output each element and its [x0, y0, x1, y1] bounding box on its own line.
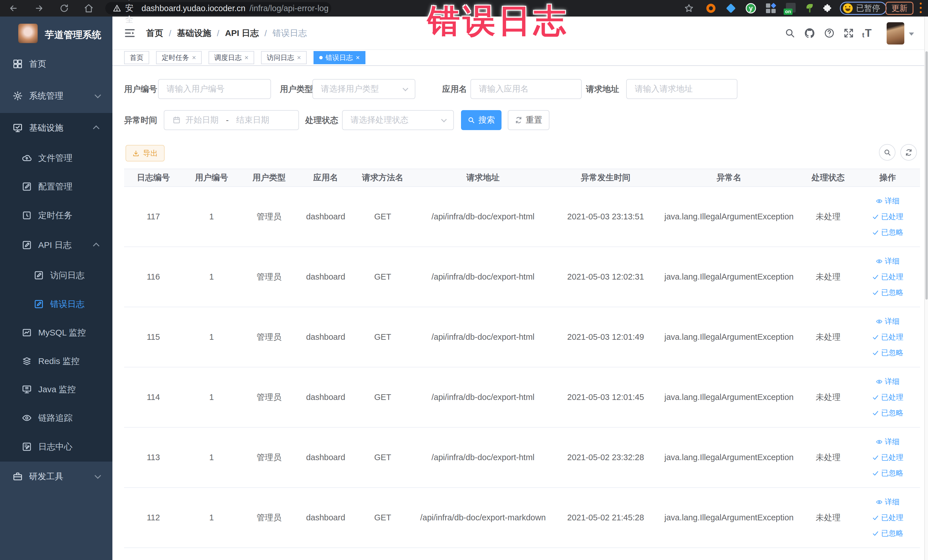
sidebar-item-infrastructure[interactable]: 基础设施 [0, 113, 112, 143]
tab-scheduled-task[interactable]: 定时任务 [156, 51, 202, 64]
page-scrollbar[interactable] [924, 17, 928, 560]
detail-link[interactable]: 详细 [876, 196, 900, 206]
row-actions: 详细 已处理 已忽略 [855, 307, 920, 367]
search-icon[interactable] [785, 27, 795, 38]
chevron-up-icon [93, 125, 99, 132]
github-icon[interactable] [804, 27, 815, 39]
mark-processed-link[interactable]: 已处理 [872, 332, 904, 342]
sidebar-item-home[interactable]: 首页 [0, 49, 112, 79]
mark-processed-link[interactable]: 已处理 [872, 513, 904, 523]
help-icon[interactable] [824, 27, 835, 38]
sidebar-item-redis-monitor[interactable]: Redis 监控 [0, 346, 112, 376]
mark-ignored-link[interactable]: 已忽略 [872, 288, 904, 298]
extension-plant-icon[interactable] [805, 3, 814, 13]
chevron-down-icon [95, 92, 101, 98]
mark-processed-link[interactable]: 已处理 [872, 392, 904, 402]
tab-dispatch-log[interactable]: 调度日志 [209, 51, 254, 64]
sidebar-item-scheduled-task[interactable]: 定时任务 [0, 201, 112, 230]
extension-orange-icon[interactable] [706, 4, 716, 13]
exception-time-range-picker[interactable]: 开始日期 - 结束日期 [164, 110, 299, 130]
detail-link[interactable]: 详细 [876, 437, 900, 447]
close-tab-icon[interactable] [244, 54, 249, 61]
sidebar-item-mysql-monitor[interactable]: MySQL 监控 [0, 318, 112, 348]
mark-ignored-link[interactable]: 已忽略 [872, 348, 904, 358]
tab-home[interactable]: 首页 [124, 51, 149, 64]
tab-access-log[interactable]: 访问日志 [261, 51, 307, 64]
row-actions: 详细 已处理 已忽略 [855, 187, 920, 246]
mark-ignored-link[interactable]: 已忽略 [872, 468, 904, 478]
extension-grid-icon[interactable] [766, 3, 776, 13]
row-actions: 详细 已处理 已忽略 [855, 247, 920, 307]
browser-reload-icon[interactable] [60, 3, 69, 13]
sidebar-item-api-log[interactable]: API 日志 [0, 230, 112, 260]
access-log-icon [34, 270, 44, 281]
browser-menu-icon[interactable] [920, 3, 922, 13]
security-label[interactable]: 不安全 [125, 0, 133, 25]
request-url-input[interactable]: 请输入请求地址 [626, 79, 737, 99]
browser-home-icon[interactable] [84, 3, 93, 13]
chevron-down-icon [441, 117, 447, 122]
browser-update-button[interactable]: 更新 [885, 2, 913, 15]
font-size-icon[interactable]: tT [862, 27, 872, 38]
extension-puzzle-icon[interactable] [823, 3, 832, 13]
browser-forward-icon[interactable] [34, 3, 44, 13]
request-url-label: 请求地址 [586, 79, 619, 99]
row-actions: 详细 已处理 已忽略 [855, 368, 920, 427]
overlay-title: 错误日志 [427, 3, 569, 38]
sidebar-item-trace[interactable]: 链路追踪 [0, 403, 112, 433]
mark-ignored-link[interactable]: 已忽略 [872, 528, 904, 538]
tab-error-log[interactable]: 错误日志 [313, 51, 365, 64]
extension-green-y-icon[interactable]: y [746, 3, 756, 14]
infrastructure-icon [12, 123, 23, 133]
dev-tools-icon [12, 471, 23, 482]
breadcrumb-home[interactable]: 首页 [146, 27, 163, 39]
sidebar-item-java-monitor[interactable]: Java 监控 [0, 375, 112, 404]
mark-ignored-link[interactable]: 已忽略 [872, 408, 904, 418]
sidebar-item-config-manage[interactable]: 配置管理 [0, 172, 112, 201]
mark-ignored-link[interactable]: 已忽略 [872, 227, 904, 237]
scrollbar-thumb[interactable] [925, 51, 928, 299]
app-logo[interactable] [18, 24, 38, 43]
extension-gem-icon[interactable] [726, 3, 736, 13]
sidebar-item-log-center[interactable]: 日志中心 [0, 432, 112, 462]
browser-back-icon[interactable] [9, 3, 18, 13]
sidebar-toggle-icon[interactable] [124, 27, 136, 39]
user-id-input[interactable]: 请输入用户编号 [158, 79, 271, 99]
export-button[interactable]: 导出 [125, 145, 165, 162]
caret-down-icon[interactable] [909, 32, 914, 36]
sidebar-item-dev-tools[interactable]: 研发工具 [0, 462, 112, 491]
browser-address-bar[interactable]: 不安全 dashboard.yudao.iocoder.cn/infra/log… [105, 2, 331, 15]
sidebar-item-system-manage[interactable]: 系统管理 [0, 81, 112, 111]
detail-link[interactable]: 详细 [876, 256, 900, 266]
app-title: 芋道管理系统 [45, 29, 101, 41]
sidebar-item-access-log[interactable]: 访问日志 [0, 261, 112, 290]
fullscreen-icon[interactable] [843, 27, 854, 38]
mark-processed-link[interactable]: 已处理 [872, 212, 904, 222]
emoji-face-icon [843, 3, 853, 13]
refresh-button[interactable] [901, 144, 917, 160]
close-tab-icon[interactable] [356, 54, 360, 61]
sidebar-item-file-manage[interactable]: 文件管理 [0, 143, 112, 173]
mark-processed-link[interactable]: 已处理 [872, 272, 904, 282]
breadcrumb-api-log[interactable]: API 日志 [225, 27, 259, 39]
breadcrumb-infrastructure[interactable]: 基础设施 [177, 27, 211, 39]
process-status-select[interactable]: 请选择处理状态 [342, 110, 454, 130]
close-tab-icon[interactable] [297, 54, 301, 61]
sidebar-item-error-log[interactable]: 错误日志 [0, 289, 112, 319]
calendar-icon [172, 116, 181, 124]
app-name-input[interactable]: 请输入应用名 [470, 79, 582, 99]
reset-button[interactable]: 重置 [508, 110, 549, 130]
detail-link[interactable]: 详细 [876, 377, 900, 386]
toggle-search-button[interactable] [879, 144, 896, 160]
row-actions: 详细 已处理 已忽略 [855, 488, 920, 548]
extension-on-badge-icon[interactable]: on [786, 3, 796, 12]
mark-processed-link[interactable]: 已处理 [872, 452, 904, 462]
user-type-select[interactable]: 请选择用户类型 [312, 79, 415, 99]
close-tab-icon[interactable] [192, 54, 196, 61]
bookmark-star-icon[interactable] [684, 3, 694, 13]
user-avatar[interactable] [887, 22, 904, 44]
detail-link[interactable]: 详细 [876, 497, 900, 507]
profile-paused-badge[interactable]: 已暂停 [840, 2, 887, 15]
detail-link[interactable]: 详细 [876, 316, 900, 327]
search-button[interactable]: 搜索 [461, 110, 502, 130]
